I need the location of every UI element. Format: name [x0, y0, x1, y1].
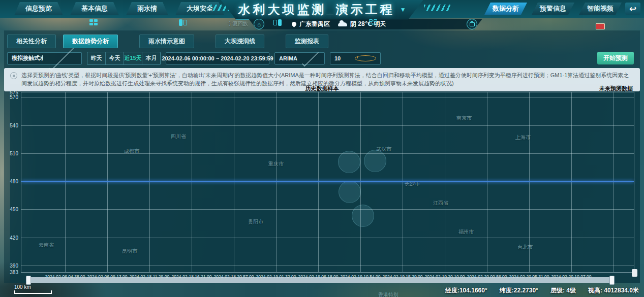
location-group: 广东番禺区 — [292, 20, 330, 28]
panel-toggle-right-icon[interactable] — [273, 19, 282, 26]
datazoom-slider[interactable] — [28, 277, 612, 283]
date-range-group: 昨天今天近15天本月 — [87, 52, 161, 65]
page-title: 水利大坝监测_演示工程 — [238, 2, 394, 18]
nav-tab[interactable]: 雨水情 — [126, 2, 168, 15]
analysis-tab[interactable]: 监测报表 — [286, 35, 328, 48]
y-axis-label: 540 — [2, 122, 18, 128]
predict-count-input[interactable]: 10 — [330, 52, 381, 64]
nav-tab[interactable]: 数据分析 — [484, 3, 527, 15]
gridline — [21, 153, 634, 154]
cloud-icon — [338, 22, 347, 26]
station-select[interactable]: 模拟接触式水位站02 / 水位高程(w... — [7, 52, 82, 64]
y-axis-label: 570 — [2, 94, 18, 100]
chevron-down-icon — [302, 50, 319, 67]
clock-icon — [355, 55, 376, 61]
nav-tab[interactable]: 基本信息 — [70, 2, 119, 15]
map-marker — [596, 23, 605, 29]
map-status-bar: 经度:104.1660° 纬度:22.2730° 层级: 4级 视高: 4012… — [445, 286, 639, 295]
main-nav-right: 数据分析预警信息智能视频 — [484, 3, 622, 15]
grid-outline-icon[interactable] — [369, 19, 377, 25]
y-axis-label: 383 — [2, 270, 18, 275]
station-select-value: 模拟接触式水位站02 / 水位高程(w... — [12, 54, 43, 62]
main-nav-left: 信息预览基本信息雨水情大坝安全 — [14, 2, 224, 15]
layout-grid-icon[interactable] — [89, 19, 98, 25]
gridline — [21, 209, 634, 210]
range-button[interactable]: 昨天 — [87, 52, 105, 64]
map-place-label: 宁夏回族 — [228, 20, 248, 27]
toolbox-button[interactable] — [467, 19, 477, 29]
predict-count-value: 10 — [334, 55, 355, 61]
latitude-value: 纬度:22.2730° — [500, 286, 538, 295]
back-arrow-icon: ↩ — [629, 4, 636, 14]
location-pin-icon — [291, 21, 297, 27]
map-scale-bar — [14, 290, 52, 294]
nav-tab[interactable]: 智能视频 — [579, 3, 622, 15]
date-range-value: 2024-02-06 00:00:00 ~ 2024-02-20 23:59:5… — [162, 55, 273, 61]
gridline — [21, 266, 634, 266]
chart-title: 历史数据样本 — [0, 85, 644, 92]
plot-area: 5755705405104804504203903832024-02-06 04… — [21, 92, 634, 273]
gridline — [21, 238, 634, 238]
datazoom-left-handle[interactable] — [26, 276, 31, 285]
range-button[interactable]: 近15天 — [124, 52, 142, 64]
home-button[interactable]: ⌂ — [254, 19, 264, 29]
y-axis-label: 420 — [2, 235, 18, 240]
map-place-label: 香港特别 — [378, 291, 398, 297]
home-icon: ⌂ — [257, 21, 261, 27]
y-axis-label: 390 — [2, 263, 18, 269]
location-label: 广东番禺区 — [299, 20, 330, 28]
longitude-value: 经度:104.1660° — [445, 286, 487, 295]
right-deco-stripes — [424, 5, 450, 11]
map-scale-label: 100 km — [14, 284, 31, 290]
analysis-tab[interactable]: 相关性分析 — [7, 35, 56, 48]
water-level-series-line — [21, 181, 634, 182]
y-axis-label: 510 — [2, 150, 18, 156]
gridline — [21, 97, 634, 97]
start-predict-button[interactable]: 开始预测 — [597, 52, 634, 64]
prediction-controls: 模拟接触式水位站02 / 水位高程(w... 昨天今天近15天本月 2024-0… — [7, 52, 637, 64]
range-button[interactable]: 今天 — [105, 52, 124, 64]
algorithm-select[interactable]: ARIMA — [274, 52, 325, 64]
gridline — [21, 125, 634, 126]
analysis-tab[interactable]: 大坝浸润线 — [216, 35, 264, 48]
panel-toggle-left-icon[interactable] — [179, 19, 187, 26]
title-plaque: 水利大坝监测_演示工程 ▼ — [221, 0, 423, 20]
datazoom-right-handle[interactable] — [609, 276, 615, 285]
algorithm-select-value: ARIMA — [279, 55, 298, 61]
date-range-input[interactable]: 2024-02-06 00:00:00 ~ 2024-02-20 23:59:5… — [166, 52, 269, 64]
weather-group: 阴 28℃ 明天 — [338, 20, 386, 28]
analysis-tab[interactable]: 雨水情示意图 — [139, 35, 194, 48]
map-scale-widget: 100 km — [14, 284, 52, 294]
info-icon — [10, 72, 17, 79]
future-data-label: 未来预测数据 — [599, 85, 633, 92]
range-button[interactable]: 本月 — [142, 52, 160, 64]
zoom-level-value: 层级: 4级 — [550, 286, 576, 295]
scrollbar-handle[interactable] — [632, 269, 637, 277]
dam-monitor-screen: 信息预览基本信息雨水情大坝安全 数据分析预警信息智能视频 ↩ 水利大坝监测_演示… — [0, 0, 644, 297]
y-axis-label: 450 — [2, 207, 18, 212]
back-button[interactable]: ↩ — [625, 3, 640, 15]
toolbox-icon — [470, 22, 475, 26]
chevron-down-icon — [49, 46, 74, 71]
weather-bar: ⌂ 广东番禺区 阴 28℃ 明天 — [249, 19, 482, 29]
analysis-tabs: 相关性分析数据趋势分析雨水情示意图大坝浸润线监测报表 — [7, 35, 328, 48]
title-caret-icon[interactable]: ▼ — [400, 6, 406, 13]
weather-label: 阴 28℃ 明天 — [350, 20, 386, 28]
nav-tab[interactable]: 信息预览 — [14, 2, 63, 15]
view-height-value: 视高: 4012834.0米 — [588, 286, 639, 295]
nav-tab[interactable]: 预警信息 — [532, 3, 574, 15]
y-axis-label: 480 — [2, 179, 18, 184]
